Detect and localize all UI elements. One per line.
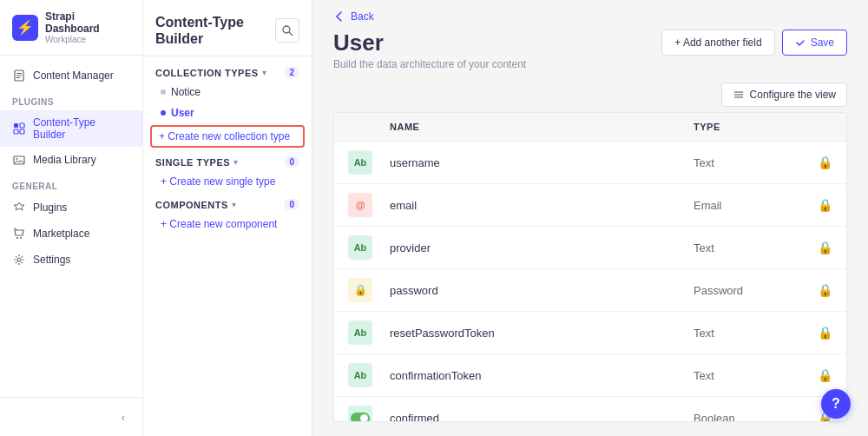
configure-view-button[interactable]: Configure the view (721, 83, 847, 107)
section-header-left: COLLECTION TYPES ▾ (155, 68, 266, 78)
media-icon (12, 153, 26, 167)
lock-icon: 🔒 (798, 241, 832, 254)
sidebar-item-label: Content Manager (33, 69, 114, 82)
field-icon-text: Ab (348, 363, 372, 387)
sidebar-item-label: Plugins (33, 201, 67, 214)
middle-panel-header: Content-TypeBuilder (143, 0, 312, 56)
back-label: Back (351, 10, 374, 23)
svg-rect-4 (14, 123, 18, 128)
table-header: NAME TYPE (334, 113, 846, 142)
field-icon-boolean (348, 406, 372, 422)
create-collection-type-link[interactable]: + Create new collection type (150, 125, 305, 148)
page-header: User Build the data architecture of your… (333, 30, 847, 70)
main-content: Back User Build the data architecture of… (312, 0, 868, 436)
back-button[interactable]: Back (333, 10, 374, 23)
create-component-link[interactable]: + Create new component (143, 214, 312, 235)
col-type: TYPE (694, 122, 798, 132)
svg-rect-6 (14, 129, 18, 134)
toggle-switch (351, 413, 370, 423)
create-single-type-link[interactable]: + Create new single type (143, 171, 312, 192)
nav-dot (161, 89, 166, 95)
field-icon-text: Ab (348, 320, 372, 345)
sidebar-header: ⚡ Strapi Dashboard Workplace (0, 0, 142, 56)
brand-name: Strapi Dashboard (45, 10, 130, 35)
app-logo: ⚡ (12, 15, 38, 41)
field-type: Text (694, 327, 798, 340)
sidebar-item-label: Settings (33, 254, 70, 266)
create-collection-label: + Create new collection type (159, 130, 290, 142)
page-title-block: User Build the data architecture of your… (333, 30, 526, 70)
sidebar-item-plugins[interactable]: Plugins (0, 195, 142, 221)
brand-sub: Workplace (45, 35, 130, 44)
help-button[interactable]: ? (821, 389, 851, 419)
plugins-section-label: PLUGINS (0, 89, 142, 110)
nav-item-user[interactable]: User (143, 102, 312, 123)
svg-rect-5 (20, 123, 24, 128)
save-label: Save (811, 36, 834, 49)
field-type: Text (694, 241, 798, 254)
table-row: Ab provider Text 🔒 (334, 227, 846, 269)
field-type: Boolean (694, 412, 798, 423)
components-header[interactable]: COMPONENTS ▾ 0 (143, 192, 312, 214)
main-top-bar: Back User Build the data architecture of… (312, 0, 868, 77)
sidebar-item-settings[interactable]: Settings (0, 247, 142, 273)
collection-types-label: COLLECTION TYPES (155, 68, 259, 78)
field-icon-email: @ (348, 193, 372, 217)
help-label: ? (832, 396, 840, 412)
table-row: Ab username Text 🔒 (334, 142, 846, 184)
sidebar-item-marketplace[interactable]: Marketplace (0, 221, 142, 247)
nav-dot-active (161, 110, 166, 116)
middle-panel: Content-TypeBuilder COLLECTION TYPES ▾ 2… (143, 0, 312, 436)
field-name: resetPasswordToken (390, 327, 694, 340)
field-name: password (390, 284, 694, 297)
nav-item-label: User (171, 107, 194, 119)
section-header-left: COMPONENTS ▾ (155, 200, 236, 210)
field-icon-password: 🔒 (348, 278, 372, 302)
sidebar-item-label: Media Library (33, 154, 96, 166)
collection-types-count: 2 (284, 67, 299, 78)
save-button[interactable]: Save (782, 30, 847, 56)
configure-bar: Configure the view (312, 77, 868, 112)
nav-item-label: Notice (171, 86, 201, 98)
sidebar-item-label: Marketplace (33, 228, 89, 240)
document-icon (12, 69, 26, 83)
add-field-label: + Add another field (674, 36, 761, 49)
lock-icon: 🔒 (798, 368, 832, 382)
table-row: @ email Email 🔒 (334, 184, 846, 227)
svg-point-9 (16, 158, 18, 160)
collapse-button[interactable]: ‹ (115, 408, 132, 426)
svg-rect-7 (20, 129, 24, 134)
section-header-left: SINGLE TYPES ▾ (155, 157, 238, 168)
nav-item-notice[interactable]: Notice (143, 82, 312, 102)
sidebar: ⚡ Strapi Dashboard Workplace Content Man… (0, 0, 143, 436)
field-name: confirmed (390, 412, 694, 423)
brand-info: Strapi Dashboard Workplace (45, 10, 130, 44)
field-icon-text: Ab (348, 150, 372, 175)
table-row: confirmed Boolean 🔒 (334, 397, 846, 422)
collection-types-arrow: ▾ (262, 68, 266, 77)
collection-types-header[interactable]: COLLECTION TYPES ▾ 2 (143, 60, 312, 82)
field-type: Email (694, 199, 798, 212)
sidebar-item-content-manager[interactable]: Content Manager (0, 63, 142, 89)
create-single-label: + Create new single type (161, 175, 275, 188)
lock-icon: 🔒 (798, 283, 832, 297)
components-label: COMPONENTS (155, 200, 228, 210)
single-types-header[interactable]: SINGLE TYPES ▾ 0 (143, 149, 312, 171)
add-field-button[interactable]: + Add another field (661, 30, 774, 56)
single-types-arrow: ▾ (233, 157, 238, 167)
content-type-icon (12, 122, 26, 135)
sidebar-item-media-library[interactable]: Media Library (0, 147, 142, 173)
single-types-label: SINGLE TYPES (155, 157, 230, 168)
field-type: Text (694, 369, 798, 382)
search-button[interactable] (275, 18, 299, 43)
components-arrow: ▾ (232, 200, 236, 209)
general-section-label: GENERAL (0, 173, 142, 195)
middle-panel-content: COLLECTION TYPES ▾ 2 Notice User + Creat… (143, 56, 312, 436)
single-types-count: 0 (284, 156, 299, 168)
svg-point-10 (16, 237, 18, 239)
sidebar-item-content-type-builder[interactable]: Content-Type Builder (0, 110, 142, 147)
sidebar-nav: Content Manager PLUGINS Content-Type Bui… (0, 56, 142, 397)
settings-icon (12, 253, 26, 267)
components-count: 0 (284, 199, 299, 210)
lock-icon: 🔒 (798, 155, 832, 169)
